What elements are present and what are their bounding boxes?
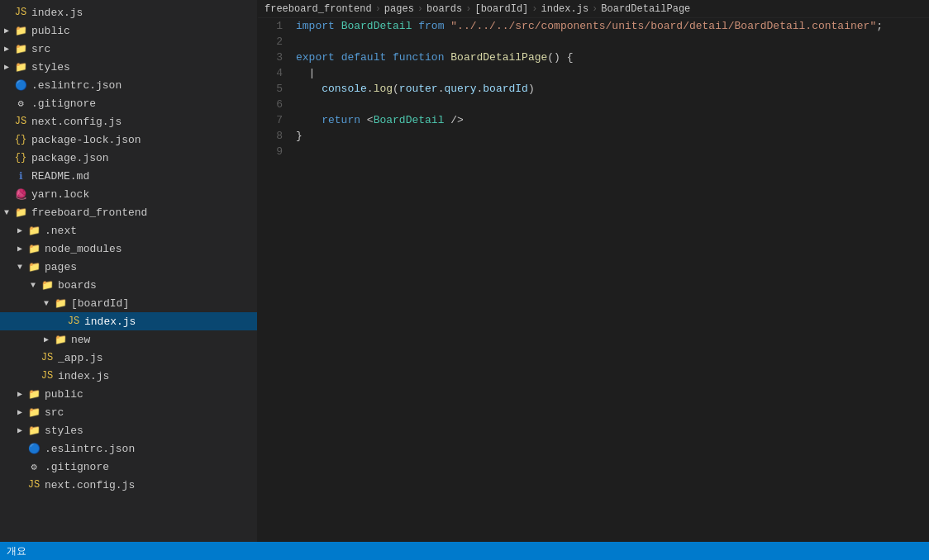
- js-icon: JS: [26, 479, 41, 491]
- sidebar-item-package-lock[interactable]: {} package-lock.json: [0, 131, 257, 149]
- js-icon: JS: [66, 316, 81, 327]
- sidebar-item-label: package.json: [31, 152, 250, 164]
- sidebar-item-gitignore[interactable]: ⚙ .gitignore: [0, 94, 257, 112]
- arrow-icon: [26, 281, 40, 290]
- gitignore-icon: ⚙: [26, 461, 41, 473]
- line-number: 6: [264, 97, 283, 112]
- sidebar-item-package[interactable]: {} package.json: [0, 149, 257, 167]
- code-line-6: [296, 97, 929, 112]
- sidebar-item-styles2[interactable]: 📁 styles: [0, 421, 257, 439]
- arrow-icon: [0, 62, 13, 72]
- line-number: 9: [264, 144, 283, 159]
- sidebar-item-eslintrc[interactable]: 🔵 .eslintrc.json: [0, 76, 257, 94]
- main-container: JS index.js 📁 public 📁 src 📁 styles: [0, 0, 929, 542]
- sidebar-item-index-js-pages[interactable]: JS index.js: [0, 367, 257, 385]
- sidebar-item-boardId[interactable]: 📁 [boardId]: [0, 294, 257, 312]
- sidebar-item-next[interactable]: 📁 .next: [0, 221, 257, 240]
- arrow-icon: [40, 299, 53, 308]
- folder-icon: 📁: [40, 279, 55, 292]
- code-line-2: [296, 34, 929, 50]
- json-icon: {}: [13, 152, 28, 164]
- folder-icon: 📁: [13, 61, 28, 74]
- sidebar-item-src[interactable]: 📁 src: [0, 40, 257, 58]
- line-number: 7: [264, 112, 283, 128]
- arrow-icon: [13, 389, 26, 399]
- arrow-icon: [40, 335, 53, 344]
- folder-icon: 📁: [26, 388, 41, 401]
- sidebar-item-index-js-active[interactable]: JS index.js: [0, 312, 257, 330]
- folder-icon: 📁: [26, 225, 41, 237]
- js-icon: JS: [40, 370, 55, 382]
- code-area[interactable]: 1 2 3 4 5 6 7 8 9 import BoardDetail fro…: [258, 18, 929, 542]
- breadcrumb-part: pages: [384, 3, 414, 15]
- readme-icon: ℹ: [13, 170, 28, 183]
- sidebar-item-boards[interactable]: 📁 boards: [0, 276, 257, 294]
- sidebar-item-gitignore2[interactable]: ⚙ .gitignore: [0, 458, 257, 476]
- sidebar-item-label: styles: [45, 425, 250, 437]
- folder-icon: 📁: [53, 297, 68, 310]
- sidebar-item-public2[interactable]: 📁 public: [0, 385, 257, 403]
- sidebar-item-label: .eslintrc.json: [45, 443, 250, 455]
- sidebar-item-new[interactable]: 📁 new: [0, 330, 257, 349]
- arrow-icon: [0, 208, 13, 217]
- sidebar-item-next-config2[interactable]: JS next.config.js: [0, 476, 257, 494]
- breadcrumb-separator: ›: [531, 3, 537, 15]
- sidebar-item-label: next.config.js: [45, 479, 250, 491]
- line-number: 3: [264, 50, 283, 65]
- json-icon: {}: [13, 134, 28, 145]
- sidebar-item-label: node_modules: [45, 243, 250, 255]
- sidebar-item-yarn-lock[interactable]: 🧶 yarn.lock: [0, 185, 257, 203]
- sidebar-item-label: .gitignore: [31, 97, 250, 110]
- folder-icon: 📁: [13, 206, 28, 219]
- sidebar-item-label: next.config.js: [31, 116, 250, 128]
- arrow-icon: [13, 244, 26, 254]
- arrow-icon: [13, 263, 26, 272]
- breadcrumb-separator: ›: [592, 3, 598, 15]
- eslint-icon: 🔵: [13, 79, 28, 92]
- sidebar-item-styles[interactable]: 📁 styles: [0, 58, 257, 76]
- sidebar-item-label: public: [45, 388, 250, 401]
- breadcrumb-separator: ›: [375, 3, 381, 15]
- editor: freeboard_frontend › pages › boards › [b…: [258, 0, 929, 542]
- folder-icon: 📁: [26, 243, 41, 255]
- line-numbers: 1 2 3 4 5 6 7 8 9: [258, 18, 293, 542]
- sidebar-item-app-js[interactable]: JS _app.js: [0, 349, 257, 367]
- sidebar-item-label: .next: [45, 225, 250, 237]
- line-number: 1: [264, 18, 283, 34]
- sidebar-item-label: styles: [31, 61, 250, 74]
- sidebar-item-label: index.js: [58, 370, 250, 382]
- sidebar-item-label: [boardId]: [71, 297, 250, 310]
- arrow-icon: [0, 44, 13, 54]
- line-number: 5: [264, 81, 283, 97]
- breadcrumb-part: BoardDetailPage: [601, 3, 690, 15]
- code-line-4: |: [296, 65, 929, 81]
- js-icon: JS: [13, 7, 28, 18]
- code-content[interactable]: import BoardDetail from "../../../src/co…: [293, 18, 929, 542]
- folder-icon: 📁: [13, 43, 28, 55]
- sidebar-item-label: package-lock.json: [31, 134, 250, 146]
- sidebar-item-next-config[interactable]: JS next.config.js: [0, 112, 257, 131]
- sidebar-item-label: freeboard_frontend: [31, 206, 250, 219]
- sidebar-item-freeboard-frontend[interactable]: 📁 freeboard_frontend: [0, 203, 257, 221]
- line-number: 4: [264, 65, 283, 81]
- sidebar-item-public[interactable]: 📁 public: [0, 21, 257, 40]
- sidebar-item-eslintrc2[interactable]: 🔵 .eslintrc.json: [0, 439, 257, 458]
- sidebar-item-index-js-root[interactable]: JS index.js: [0, 3, 257, 21]
- code-line-3: export default function BoardDetailPage(…: [296, 50, 929, 65]
- status-label: 개요: [7, 544, 26, 558]
- sidebar-item-label: _app.js: [58, 352, 250, 364]
- sidebar-item-pages[interactable]: 📁 pages: [0, 258, 257, 276]
- sidebar-item-src2[interactable]: 📁 src: [0, 403, 257, 421]
- folder-icon: 📁: [13, 25, 28, 37]
- breadcrumb: freeboard_frontend › pages › boards › [b…: [258, 0, 929, 18]
- code-line-8: }: [296, 128, 929, 144]
- sidebar-item-label: public: [31, 25, 250, 37]
- breadcrumb-separator: ›: [465, 3, 471, 15]
- code-line-5: console.log(router.query.boardId): [296, 81, 929, 97]
- line-number: 8: [264, 128, 283, 144]
- sidebar[interactable]: JS index.js 📁 public 📁 src 📁 styles: [0, 0, 258, 542]
- breadcrumb-part: freeboard_frontend: [264, 3, 372, 15]
- sidebar-item-readme[interactable]: ℹ README.md: [0, 167, 257, 185]
- sidebar-item-label: pages: [45, 261, 250, 273]
- sidebar-item-node-modules[interactable]: 📁 node_modules: [0, 240, 257, 258]
